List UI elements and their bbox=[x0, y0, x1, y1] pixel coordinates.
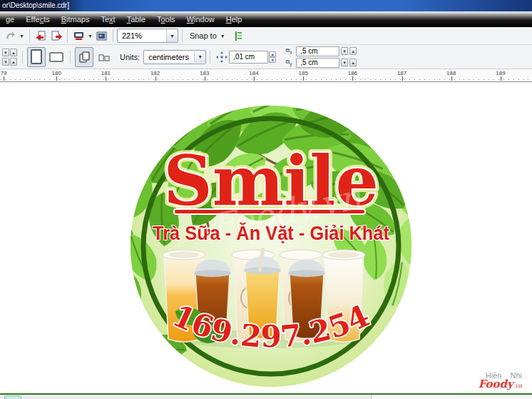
ruler-major-tick bbox=[56, 76, 57, 81]
toolbar-separator bbox=[67, 29, 68, 42]
toolbar-separator bbox=[113, 29, 113, 42]
snap-to-dropdown-icon[interactable]: ▼ bbox=[220, 34, 225, 39]
redo-icon[interactable] bbox=[4, 29, 17, 43]
application-launcher-icon[interactable] bbox=[72, 29, 86, 43]
menubar: geEffectsBitmapsTextTableToolsWindowHelp bbox=[0, 11, 532, 27]
dup-y-up-button[interactable]: ▲ bbox=[349, 59, 357, 66]
duplicate-distance-group: ⧉x ▼ ▲ ⧉y ▼ ▲ bbox=[283, 46, 357, 68]
snap-to-label: Snap to bbox=[190, 31, 217, 40]
duplicate-y-icon: ⧉y bbox=[283, 59, 295, 66]
menu-item-table[interactable]: Table bbox=[121, 15, 151, 24]
ruler-number: 182 bbox=[150, 70, 160, 76]
app-window: or\Desktop\smile.cdr] geEffectsBitmapsTe… bbox=[0, 0, 532, 399]
watermark-brand: Foody.vn bbox=[479, 380, 522, 390]
nudge-spinner: ▲ ▼ bbox=[269, 51, 276, 63]
toolbar-separator bbox=[182, 29, 183, 42]
title-bar: or\Desktop\smile.cdr] bbox=[0, 0, 532, 11]
logo-tagline: Trà Sữa - Ăn Vặt - Giải Khát bbox=[153, 222, 389, 244]
menu-item-text[interactable]: Text bbox=[95, 15, 121, 24]
horizontal-ruler[interactable]: 79180181182183184185186187188189 bbox=[0, 69, 532, 82]
bottom-bar-divider bbox=[371, 395, 372, 399]
units-label: Units: bbox=[120, 53, 140, 61]
toolbar-separator bbox=[210, 51, 210, 64]
export-icon[interactable] bbox=[49, 29, 63, 43]
redo-dropdown-icon[interactable]: ▼ bbox=[19, 34, 24, 39]
nudge-up-button[interactable]: ▲ bbox=[269, 51, 276, 57]
toolbar-separator bbox=[29, 29, 30, 42]
nudge-offset-icon bbox=[215, 50, 228, 64]
menu-item-bitmaps[interactable]: Bitmaps bbox=[56, 15, 96, 24]
zoom-level-input[interactable] bbox=[118, 31, 166, 40]
options-icon[interactable] bbox=[231, 29, 245, 43]
toolbar-separator bbox=[70, 51, 71, 64]
ruler-major-tick bbox=[352, 76, 353, 81]
snap-to-button[interactable]: Snap to ▼ bbox=[186, 31, 230, 40]
spin-up-button[interactable]: ▲ bbox=[10, 49, 17, 56]
ruler-major-tick bbox=[106, 76, 106, 81]
units-select[interactable]: centimeters ▼ bbox=[143, 50, 206, 64]
menu-item-window[interactable]: Window bbox=[181, 15, 220, 24]
duplicate-x-icon: ⧉x bbox=[283, 47, 295, 55]
drawing-canvas[interactable]: Smile Smile Foody.vn Trà Sữa - Ăn Vặt - … bbox=[0, 82, 532, 393]
property-bar: ▼▲ ▼▲ Units: centimeters ▼ ▲ ▼ ⧉x bbox=[0, 45, 532, 69]
ruler-major-tick bbox=[402, 76, 403, 81]
ruler-number: 183 bbox=[200, 70, 209, 76]
horizontal-scroll-thumb[interactable] bbox=[4, 395, 21, 399]
import-icon[interactable] bbox=[34, 29, 48, 43]
current-page-button[interactable] bbox=[95, 47, 113, 67]
ruler-number: 189 bbox=[496, 70, 505, 76]
landscape-orientation-button[interactable] bbox=[47, 47, 66, 67]
spin-down-button[interactable]: ▼ bbox=[2, 58, 9, 66]
dup-x-down-button[interactable]: ▼ bbox=[341, 47, 348, 55]
window-title: or\Desktop\smile.cdr] bbox=[0, 0, 69, 11]
ruler-major-tick bbox=[4, 76, 4, 81]
welcome-screen-icon[interactable] bbox=[95, 29, 108, 43]
photo-watermark: Hiền Nhi Foody.vn bbox=[479, 371, 522, 390]
duplicate-x-input[interactable] bbox=[296, 46, 339, 56]
spin-up-button[interactable]: ▲ bbox=[10, 58, 17, 66]
ruler-number: 185 bbox=[299, 70, 308, 76]
ruler-major-tick bbox=[254, 76, 255, 81]
portrait-page-icon bbox=[31, 49, 42, 64]
bottom-scrollbar[interactable] bbox=[0, 393, 532, 399]
portrait-orientation-button[interactable] bbox=[27, 47, 46, 67]
ruler-number: 187 bbox=[397, 70, 406, 76]
dup-y-down-button[interactable]: ▼ bbox=[341, 59, 348, 66]
all-pages-icon bbox=[78, 51, 91, 64]
menu-item-help[interactable]: Help bbox=[220, 15, 248, 24]
ruler-major-tick bbox=[205, 76, 205, 81]
duplicate-y-input[interactable] bbox=[296, 58, 339, 68]
spin-down-button[interactable]: ▼ bbox=[2, 49, 9, 56]
ruler-number: 181 bbox=[101, 70, 111, 76]
ruler-number: 186 bbox=[348, 70, 357, 76]
all-pages-button[interactable] bbox=[75, 47, 93, 67]
nudge-distance-input[interactable] bbox=[229, 51, 268, 64]
zoom-dropdown-icon[interactable]: ▼ bbox=[166, 29, 178, 42]
landscape-page-icon bbox=[49, 52, 63, 62]
ruler-major-tick bbox=[303, 76, 304, 81]
ruler-number: 79 bbox=[1, 70, 7, 76]
ruler-major-tick bbox=[155, 76, 156, 81]
ruler-number: 180 bbox=[52, 70, 61, 76]
menu-item-ge[interactable]: ge bbox=[0, 15, 20, 24]
toolbar-separator bbox=[22, 51, 23, 64]
zoom-level-combo[interactable]: ▼ bbox=[117, 29, 178, 43]
menu-item-tools[interactable]: Tools bbox=[151, 15, 181, 24]
dup-x-up-button[interactable]: ▲ bbox=[349, 47, 357, 55]
current-page-icon bbox=[98, 51, 111, 64]
standard-toolbar: ▼ ▼ ▼ Snap to ▼ bbox=[0, 27, 532, 45]
units-value: centimeters bbox=[144, 53, 189, 61]
units-dropdown-icon[interactable]: ▼ bbox=[194, 51, 205, 63]
ruler-number: 184 bbox=[249, 70, 258, 76]
launcher-dropdown-icon[interactable]: ▼ bbox=[88, 34, 93, 39]
nudge-down-button[interactable]: ▼ bbox=[269, 57, 276, 63]
menu-item-effects[interactable]: Effects bbox=[20, 15, 55, 24]
ruler-major-tick bbox=[451, 76, 452, 81]
smile-logo-artwork[interactable]: Smile Smile Foody.vn Trà Sữa - Ăn Vặt - … bbox=[121, 96, 421, 393]
ruler-number: 188 bbox=[446, 70, 456, 76]
bottom-bar-right-section bbox=[372, 395, 532, 399]
object-position-spinners: ▼▲ ▼▲ bbox=[2, 49, 17, 66]
ruler-major-tick bbox=[501, 76, 501, 81]
